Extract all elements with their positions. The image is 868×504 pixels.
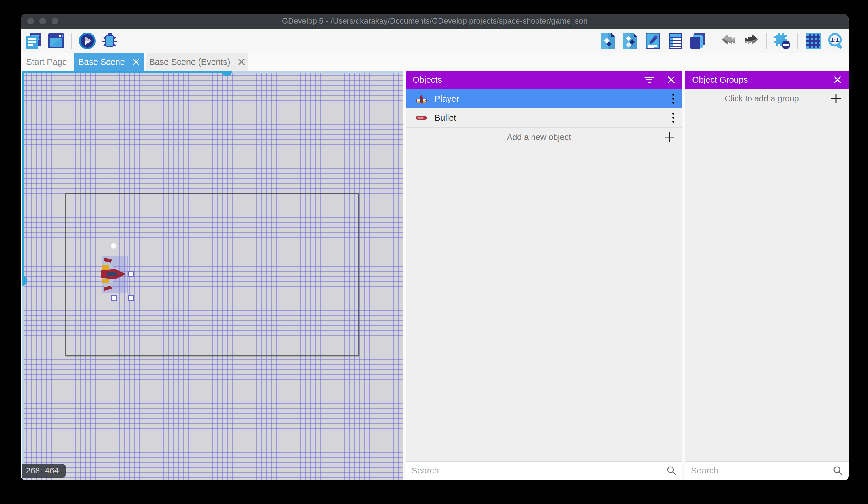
player-instance[interactable] xyxy=(101,256,126,294)
tab-label: Base Scene (Events) xyxy=(149,57,230,67)
filter-icon[interactable] xyxy=(644,77,654,83)
resize-handle-right[interactable] xyxy=(128,271,134,277)
object-groups-panel-title: Object Groups xyxy=(692,75,833,85)
object-name: Bullet xyxy=(435,113,671,123)
plus-icon xyxy=(664,132,675,142)
open-object-groups-editor-icon[interactable] xyxy=(621,32,639,50)
resize-handle-bottom-right[interactable] xyxy=(128,295,134,301)
tab-start-page[interactable]: Start Page xyxy=(21,53,73,71)
cursor-coordinates-badge: 268;-464 xyxy=(22,464,66,477)
scene-window-icon[interactable] xyxy=(47,32,65,50)
minimize-window-button[interactable] xyxy=(39,18,46,24)
add-new-object-label: Add a new object xyxy=(413,132,664,142)
object-row-bullet[interactable]: Bullet xyxy=(406,108,682,128)
tab-base-scene-events[interactable]: Base Scene (Events) xyxy=(146,53,248,71)
objects-search-bar xyxy=(406,461,682,480)
zoom-original-icon[interactable]: 1:1 xyxy=(827,32,845,50)
editor-content: 268;-464 Objects xyxy=(21,71,849,480)
title-bar: GDevelop 5 - /Users/dkarakay/Documents/G… xyxy=(21,13,849,29)
tab-base-scene[interactable]: Base Scene xyxy=(74,53,144,71)
undo-icon[interactable] xyxy=(720,32,737,50)
toggle-grid-icon[interactable] xyxy=(804,32,822,50)
close-tab-icon[interactable] xyxy=(238,58,245,65)
close-panel-icon[interactable] xyxy=(833,75,842,84)
toolbar-divider xyxy=(713,33,713,49)
play-icon[interactable] xyxy=(78,32,96,50)
pane-splitter[interactable] xyxy=(682,71,685,480)
toolbar-divider xyxy=(766,33,767,49)
bullet-thumbnail-icon xyxy=(415,111,428,124)
objects-panel-header: Objects xyxy=(406,71,682,89)
desktop-background: GDevelop 5 - /Users/dkarakay/Documents/G… xyxy=(0,0,868,504)
objects-panel-title: Objects xyxy=(413,75,644,85)
add-group-button[interactable]: Click to add a group xyxy=(685,89,849,108)
toggle-mask-icon[interactable] xyxy=(773,32,791,50)
maximize-window-button[interactable] xyxy=(52,18,58,24)
project-manager-icon[interactable] xyxy=(25,32,43,50)
plus-icon xyxy=(831,93,841,104)
search-icon[interactable] xyxy=(833,465,843,476)
toolbar-divider xyxy=(797,33,798,49)
vertical-scrollbar-thumb[interactable] xyxy=(22,275,27,286)
groups-search-bar xyxy=(685,461,849,480)
object-groups-panel-header: Object Groups xyxy=(685,71,849,89)
rotation-handle[interactable] xyxy=(111,243,116,249)
object-groups-panel: Object Groups Click to add a group xyxy=(685,71,849,480)
horizontal-scrollbar-thumb[interactable] xyxy=(221,71,232,76)
scene-canvas[interactable]: 268;-464 xyxy=(22,71,403,480)
player-thumbnail-icon xyxy=(415,92,428,105)
tab-bar: Start Page Base Scene Base Scene (Events… xyxy=(21,53,849,71)
vertical-scrollbar-track[interactable] xyxy=(22,280,24,480)
open-properties-icon[interactable] xyxy=(644,32,662,50)
svg-text:1:1: 1:1 xyxy=(831,37,839,43)
open-layers-icon[interactable] xyxy=(689,32,706,50)
add-new-object-button[interactable]: Add a new object xyxy=(406,128,682,147)
horizontal-scrollbar[interactable] xyxy=(22,71,227,73)
pane-splitter[interactable] xyxy=(403,71,406,480)
object-row-player[interactable]: Player xyxy=(406,89,682,108)
gdevelop-window: GDevelop 5 - /Users/dkarakay/Documents/G… xyxy=(21,13,849,480)
search-icon[interactable] xyxy=(666,465,676,476)
open-instances-list-icon[interactable] xyxy=(666,32,684,50)
groups-search-input[interactable] xyxy=(691,466,833,475)
horizontal-scrollbar-track[interactable] xyxy=(227,71,403,73)
objects-panel: Objects xyxy=(406,71,682,480)
main-toolbar: 1:1 xyxy=(21,29,849,53)
add-group-label: Click to add a group xyxy=(693,94,831,103)
redo-icon[interactable] xyxy=(742,32,760,50)
cursor-coordinates: 268;-464 xyxy=(26,466,59,475)
open-objects-editor-icon[interactable] xyxy=(599,32,617,50)
toolbar-left-group xyxy=(25,32,118,50)
toolbar-divider xyxy=(71,33,72,49)
object-menu-icon[interactable] xyxy=(671,92,676,105)
object-name: Player xyxy=(435,94,671,104)
debug-icon[interactable] xyxy=(101,32,118,50)
traffic-lights xyxy=(27,18,58,24)
objects-search-input[interactable] xyxy=(412,466,666,475)
close-panel-icon[interactable] xyxy=(667,75,675,84)
close-tab-icon[interactable] xyxy=(132,58,140,65)
window-title: GDevelop 5 - /Users/dkarakay/Documents/G… xyxy=(282,17,588,26)
close-window-button[interactable] xyxy=(27,18,34,24)
toolbar-right-group: 1:1 xyxy=(599,32,845,50)
vertical-scrollbar[interactable] xyxy=(22,71,24,280)
resize-handle-bottom[interactable] xyxy=(111,295,116,301)
object-menu-icon[interactable] xyxy=(671,111,676,124)
tab-label: Base Scene xyxy=(78,57,125,67)
tab-label: Start Page xyxy=(26,57,67,67)
